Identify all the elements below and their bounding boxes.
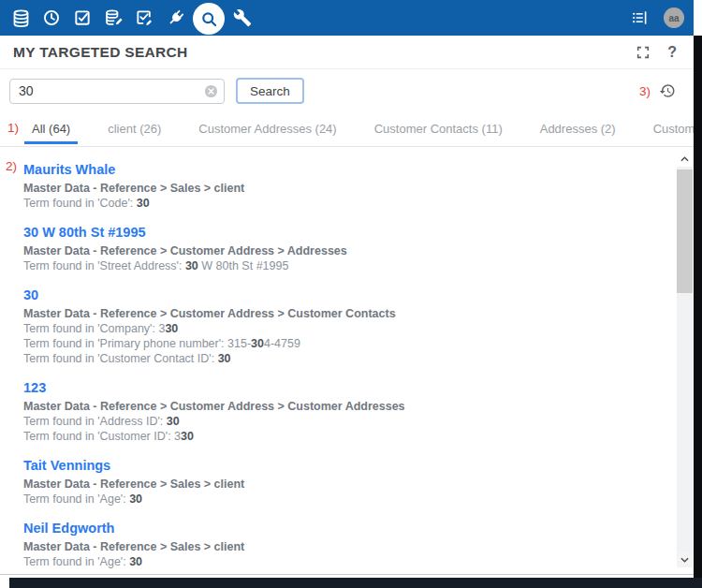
annotation-3: 3)	[639, 84, 651, 98]
history-icon[interactable]	[659, 82, 676, 99]
result-item: 123Master Data - Reference > Customer Ad…	[23, 378, 662, 444]
result-title-link[interactable]: Maurits Whale	[23, 160, 115, 179]
tab-all-64[interactable]: All (64)	[24, 118, 78, 144]
tabs: All (64)client (26)Customer Addresses (2…	[24, 118, 702, 144]
annotation-1: 1)	[7, 121, 19, 135]
database-icon[interactable]	[9, 7, 32, 29]
search-active-circle[interactable]	[193, 3, 225, 35]
result-term-line: Term found in 'Customer Contact ID': 30	[23, 351, 662, 366]
page-title: MY TARGETED SEARCH	[13, 44, 188, 61]
result-term-line: Term found in 'Street Address': 30 W 80t…	[23, 258, 662, 273]
result-item: 30 W 80th St #1995Master Data - Referenc…	[23, 223, 662, 273]
tabs-row: 1) All (64)client (26)Customer Addresses…	[0, 118, 694, 147]
task-check-icon[interactable]	[71, 7, 94, 29]
topbar: aa	[0, 0, 694, 36]
result-breadcrumb: Master Data - Reference > Sales > client	[23, 181, 662, 196]
results-list: Maurits WhaleMaster Data - Reference > S…	[23, 160, 662, 573]
search-icon	[199, 9, 219, 29]
result-item: Maurits WhaleMaster Data - Reference > S…	[23, 160, 662, 211]
result-item: Neil EdgworthMaster Data - Reference > S…	[23, 519, 662, 569]
result-breadcrumb: Master Data - Reference > Sales > client	[23, 539, 662, 554]
result-term-line: Term found in 'Age': 30	[23, 554, 662, 569]
result-term-line: Term found in 'Customer ID': 330	[23, 429, 662, 444]
database-edit-icon[interactable]	[102, 7, 124, 29]
list-icon[interactable]	[628, 7, 651, 29]
tab-customer-addresses-24[interactable]: Customer Addresses (24)	[191, 118, 344, 144]
result-title-link[interactable]: 30	[23, 286, 38, 304]
result-item: 30Master Data - Reference > Customer Add…	[23, 286, 662, 366]
avatar[interactable]: aa	[664, 7, 684, 28]
tab-client-26[interactable]: client (26)	[100, 118, 168, 144]
help-icon[interactable]: ?	[667, 44, 677, 61]
scrollbar-down-arrow[interactable]	[677, 552, 693, 567]
plug-icon[interactable]	[164, 7, 186, 29]
tab-addresses-2[interactable]: Addresses (2)	[533, 118, 623, 144]
result-term-line: Term found in 'Code': 30	[23, 196, 662, 211]
search-button[interactable]: Search	[236, 78, 304, 104]
result-term-line: Term found in 'Primary phone number': 31…	[23, 336, 662, 351]
result-item: Tait VenningsMaster Data - Reference > S…	[23, 456, 662, 507]
tab-customer-contacts-11[interactable]: Customer Contacts (11)	[367, 118, 510, 144]
clock-icon[interactable]	[40, 7, 63, 29]
page-background-right	[694, 36, 702, 588]
fullscreen-icon[interactable]	[636, 45, 651, 60]
results-panel: 2) Maurits WhaleMaster Data - Reference …	[0, 148, 694, 573]
result-title-link[interactable]: 30 W 80th St #1995	[23, 223, 146, 242]
result-breadcrumb: Master Data - Reference > Sales > client	[23, 477, 662, 492]
scrollbar-up-arrow[interactable]	[677, 152, 693, 167]
scrollbar-thumb[interactable]	[677, 169, 693, 293]
screen: aa MY TARGETED SEARCH ?	[0, 0, 702, 588]
result-term-line: Term found in 'Age': 30	[23, 492, 662, 507]
page-background-bottom	[9, 578, 702, 588]
result-title-link[interactable]: Neil Edgworth	[23, 519, 114, 537]
search-row: Search 3)	[0, 69, 694, 112]
result-breadcrumb: Master Data - Reference > Customer Addre…	[23, 306, 662, 321]
clear-input-icon[interactable]	[204, 84, 218, 98]
result-breadcrumb: Master Data - Reference > Customer Addre…	[23, 243, 662, 258]
scrollbar[interactable]	[677, 152, 693, 567]
result-term-line: Term found in 'Address ID': 30	[23, 414, 662, 429]
result-term-line: Term found in 'Company': 330	[23, 321, 662, 336]
task-edit-icon[interactable]	[133, 7, 155, 29]
wrench-icon[interactable]	[231, 7, 254, 29]
title-bar: MY TARGETED SEARCH ?	[0, 36, 694, 69]
result-title-link[interactable]: 123	[23, 378, 46, 397]
result-breadcrumb: Master Data - Reference > Customer Addre…	[23, 399, 662, 414]
search-input[interactable]	[9, 79, 225, 104]
result-title-link[interactable]: Tait Vennings	[23, 456, 110, 475]
app-window: aa MY TARGETED SEARCH ?	[0, 0, 694, 575]
annotation-2: 2)	[6, 159, 17, 173]
